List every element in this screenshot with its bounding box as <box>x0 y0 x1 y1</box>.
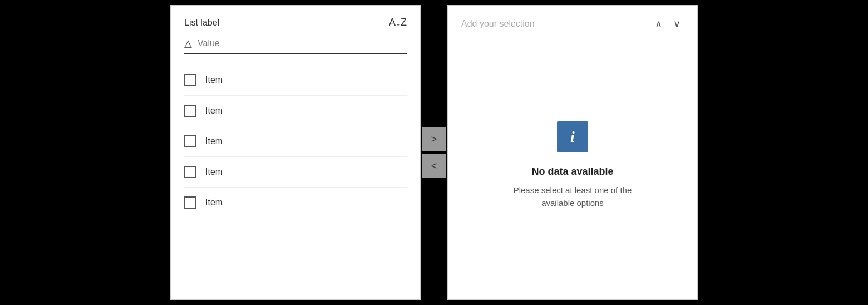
item-label-2: Item <box>205 106 223 116</box>
list-item: Item <box>184 157 407 188</box>
move-right-button[interactable]: > <box>422 127 446 151</box>
item-label-1: Item <box>205 75 223 85</box>
item-checkbox-3[interactable] <box>184 135 196 147</box>
item-label-5: Item <box>205 198 223 208</box>
info-icon: i <box>570 128 575 146</box>
filter-icon: △ <box>184 37 192 50</box>
info-icon-box: i <box>557 121 588 152</box>
item-checkbox-1[interactable] <box>184 74 196 86</box>
no-data-description: Please select at least one of the availa… <box>500 184 645 209</box>
item-checkbox-2[interactable] <box>184 105 196 117</box>
dual-list-selector: List label A↓Z △ Item Item Item Item <box>170 5 698 300</box>
right-panel-header: Add your selection ∧ ∨ <box>461 17 684 31</box>
transfer-buttons: > < <box>422 127 446 178</box>
filter-row: △ <box>184 37 407 54</box>
filter-input[interactable] <box>198 38 407 48</box>
empty-state: i No data available Please select at lea… <box>461 42 684 288</box>
chevron-buttons: ∧ ∨ <box>652 17 684 31</box>
list-item: Item <box>184 126 407 157</box>
item-checkbox-4[interactable] <box>184 166 196 178</box>
right-panel: Add your selection ∧ ∨ i No data availab… <box>447 5 698 300</box>
no-data-title: No data available <box>531 166 613 178</box>
left-panel: List label A↓Z △ Item Item Item Item <box>170 5 421 300</box>
item-list: Item Item Item Item Item <box>184 65 407 218</box>
right-panel-title: Add your selection <box>461 19 535 29</box>
left-panel-title: List label <box>184 18 219 28</box>
list-item: Item <box>184 96 407 126</box>
item-label-3: Item <box>205 136 223 146</box>
item-checkbox-5[interactable] <box>184 196 196 209</box>
item-label-4: Item <box>205 167 223 177</box>
move-left-button[interactable]: < <box>422 154 446 178</box>
left-panel-header: List label A↓Z <box>184 17 407 28</box>
list-item: Item <box>184 65 407 96</box>
sort-icon[interactable]: A↓Z <box>389 17 407 28</box>
list-item: Item <box>184 188 407 218</box>
chevron-down-button[interactable]: ∨ <box>670 17 684 31</box>
chevron-up-button[interactable]: ∧ <box>652 17 665 31</box>
